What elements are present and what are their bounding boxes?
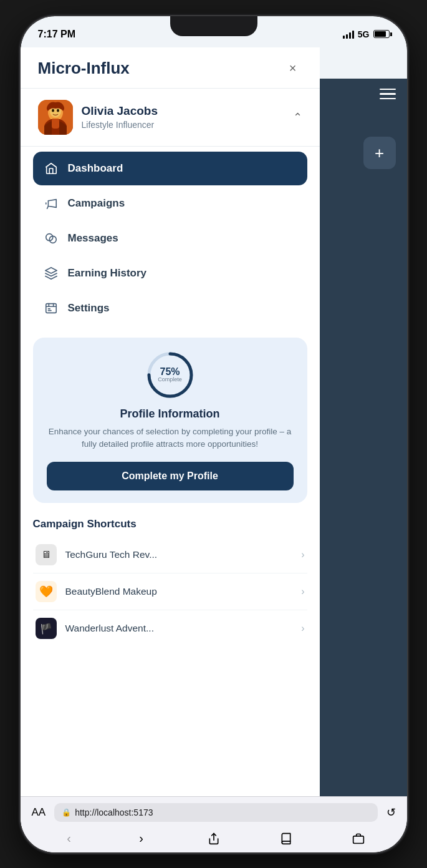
shortcut-label-wanderlust: Wanderlust Advent...: [65, 623, 293, 634]
signal-bar-3: [349, 32, 351, 39]
signal-bar-4: [352, 31, 354, 39]
nav-label-earning: Earning History: [68, 267, 147, 280]
notch: [170, 16, 257, 36]
brand-title: Micro-Influx: [38, 59, 130, 78]
progress-percent: 75%: [158, 366, 182, 378]
nav-list: Dashboard Campaigns: [21, 147, 320, 331]
network-type: 5G: [358, 29, 370, 39]
shortcut-item-wanderlust[interactable]: 🏴 Wanderlust Advent... ›: [33, 610, 307, 646]
phone-shell: 7:17 PM 5G: [21, 16, 407, 852]
forward-button[interactable]: ›: [129, 828, 154, 849]
layers-icon: [44, 266, 58, 280]
avatar: [38, 100, 73, 135]
nav-item-messages[interactable]: Messages: [33, 222, 307, 255]
sidebar-header: Micro-Influx ×: [21, 47, 320, 88]
url-pill[interactable]: 🔒 http://localhost:5173: [54, 803, 377, 822]
right-panel: +: [320, 79, 407, 796]
svg-rect-11: [353, 836, 363, 843]
user-profile[interactable]: Olivia Jacobs Lifestyle Influencer ⌃: [21, 89, 320, 146]
avatar-image: [38, 100, 73, 135]
settings-icon: [44, 301, 58, 315]
battery-icon: [373, 30, 390, 38]
tabs-icon: [352, 832, 365, 845]
signal-bars-icon: [343, 30, 354, 39]
svg-rect-9: [46, 303, 56, 313]
nav-item-settings[interactable]: Settings: [33, 291, 307, 325]
signal-bar-2: [346, 34, 348, 39]
user-name: Olivia Jacobs: [82, 104, 284, 119]
megaphone-icon: [44, 197, 58, 210]
user-info: Olivia Jacobs Lifestyle Influencer: [82, 104, 284, 130]
battery-fill: [375, 31, 386, 37]
nav-label-dashboard: Dashboard: [68, 162, 123, 175]
signal-bar-1: [343, 36, 345, 39]
hamburger-line-2: [380, 93, 396, 95]
share-icon: [208, 832, 220, 845]
messages-icon: [44, 232, 58, 245]
complete-profile-button[interactable]: Complete my Profile: [47, 462, 294, 490]
nav-item-earning-history[interactable]: Earning History: [33, 256, 307, 290]
url-bar-row: AA 🔒 http://localhost:5173 ↺: [21, 797, 407, 826]
browser-bar: AA 🔒 http://localhost:5173 ↺ ‹ ›: [21, 796, 407, 852]
nav-item-dashboard[interactable]: Dashboard: [33, 152, 307, 185]
progress-ring: 75% Complete: [146, 351, 194, 399]
shortcut-item-techguru[interactable]: 🖥 TechGuru Tech Rev... ›: [33, 537, 307, 573]
tabs-button[interactable]: [346, 828, 371, 849]
nav-icon-messages: [43, 230, 59, 246]
bookmarks-button[interactable]: [274, 828, 299, 849]
shortcuts-section: Campaign Shortcuts 🖥 TechGuru Tech Rev..…: [21, 509, 320, 653]
nav-icon-dashboard: [43, 160, 59, 177]
shortcut-chevron-techguru: ›: [301, 549, 304, 560]
browser-nav-row: ‹ ›: [21, 826, 407, 852]
nav-icon-earning: [43, 265, 59, 281]
svg-rect-6: [52, 119, 59, 129]
status-icons: 5G: [343, 29, 390, 39]
phone-screen: 7:17 PM 5G: [21, 16, 407, 852]
shortcut-label-beauty: BeautyBlend Makeup: [65, 586, 293, 597]
nav-label-settings: Settings: [68, 302, 110, 315]
user-role: Lifestyle Influencer: [82, 120, 284, 130]
plus-icon: +: [375, 145, 384, 161]
close-button[interactable]: ×: [284, 59, 302, 77]
back-button[interactable]: ‹: [57, 828, 82, 849]
svg-point-5: [57, 109, 59, 112]
hamburger-line-3: [380, 98, 396, 100]
sidebar-panel: Micro-Influx ×: [21, 47, 320, 852]
svg-point-4: [52, 109, 54, 112]
home-icon: [44, 162, 58, 175]
shortcut-label-techguru: TechGuru Tech Rev...: [65, 549, 293, 560]
nav-label-campaigns: Campaigns: [68, 197, 125, 210]
shortcut-chevron-beauty: ›: [301, 586, 304, 597]
profile-card-desc: Enhance your chances of selection by com…: [47, 426, 294, 451]
progress-label: Complete: [158, 377, 182, 383]
profile-card: 75% Complete Profile Information Enhance…: [33, 338, 307, 504]
hamburger-button[interactable]: [380, 89, 396, 100]
content-row: Micro-Influx ×: [21, 47, 407, 852]
progress-text: 75% Complete: [158, 366, 182, 383]
reload-button[interactable]: ↺: [386, 806, 396, 819]
nav-item-campaigns[interactable]: Campaigns: [33, 187, 307, 220]
aa-button[interactable]: AA: [32, 806, 46, 819]
nav-label-messages: Messages: [68, 232, 118, 245]
share-button[interactable]: [201, 828, 226, 849]
screen-area: Micro-Influx ×: [21, 47, 407, 852]
url-text: http://localhost:5173: [75, 807, 153, 817]
shortcut-icon-techguru: 🖥: [36, 544, 57, 565]
add-button[interactable]: +: [363, 137, 396, 169]
status-time: 7:17 PM: [38, 29, 75, 40]
shortcut-icon-beauty: 🧡: [36, 581, 57, 602]
shortcut-chevron-wanderlust: ›: [301, 623, 304, 634]
shortcuts-title: Campaign Shortcuts: [33, 518, 307, 530]
profile-card-title: Profile Information: [120, 407, 219, 421]
shortcut-item-beauty[interactable]: 🧡 BeautyBlend Makeup ›: [33, 573, 307, 610]
close-icon: ×: [289, 61, 297, 76]
nav-icon-settings: [43, 300, 59, 316]
profile-chevron-icon: ⌃: [293, 110, 302, 124]
nav-icon-campaigns: [43, 195, 59, 212]
lock-icon: 🔒: [62, 808, 71, 817]
book-icon: [280, 832, 292, 845]
shortcut-icon-wanderlust: 🏴: [36, 618, 57, 639]
hamburger-line-1: [380, 89, 396, 90]
